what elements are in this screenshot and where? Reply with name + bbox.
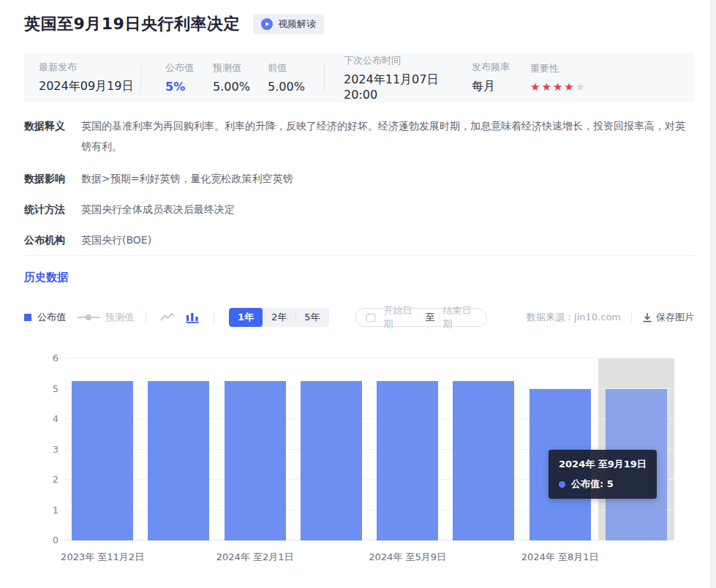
stat-previous-value: 5.00% — [268, 80, 324, 94]
header: 英国至9月19日央行利率决定 视频解读 — [24, 13, 324, 35]
end-date-placeholder[interactable]: 结束日期 — [443, 304, 477, 331]
tab-1年[interactable]: 1年 — [229, 308, 263, 327]
stat-frequency-value: 每月 — [472, 79, 530, 94]
info-row-method: 统计方法 英国央行全体成员表决后最终决定 — [24, 199, 694, 219]
y-tick-label: 2 — [0, 474, 59, 486]
info-label: 统计方法 — [24, 199, 69, 219]
grid-line — [64, 358, 674, 358]
star-icon: ★ — [576, 80, 585, 94]
section-divider — [24, 255, 694, 256]
stat-importance: 重要性 ★★★★★ — [530, 62, 585, 94]
stat-published-label: 公布值 — [165, 61, 213, 75]
info-content: 英国央行全体成员表决后最终决定 — [81, 199, 693, 219]
range-tabs: 1年2年5年 — [229, 308, 329, 327]
stat-forecast-label: 预测值 — [213, 61, 268, 75]
controls-divider — [631, 312, 632, 323]
legend-forecast-label: 预测值 — [105, 311, 134, 324]
stats-divider — [324, 64, 325, 91]
start-date-placeholder[interactable]: 开始日期 — [384, 304, 418, 331]
video-explain-label: 视频解读 — [278, 18, 316, 31]
vertical-scrollbar[interactable] — [710, 0, 716, 588]
video-explain-button[interactable]: 视频解读 — [253, 14, 324, 34]
stat-latest: 最新发布 2024年09月19日 — [39, 61, 140, 94]
stat-published: 公布值 5% — [165, 61, 213, 94]
x-tick-label: 2024年 至5月9日 — [369, 551, 446, 564]
x-tick-label: 2024年 至8月1日 — [521, 551, 599, 564]
info-content: 英国央行(BOE) — [81, 230, 693, 250]
info-content: 数据>预期=利好英镑，量化宽松政策利空英镑 — [81, 168, 693, 189]
save-image-label: 保存图片 — [656, 311, 694, 324]
page-title: 英国至9月19日央行利率决定 — [24, 13, 240, 35]
stat-importance-label: 重要性 — [530, 62, 585, 75]
stat-previous: 前值 5.00% — [268, 61, 324, 94]
play-icon — [261, 18, 273, 30]
stat-forecast-value: 5.00% — [213, 80, 268, 94]
star-icon: ★ — [553, 80, 562, 94]
info-label: 公布机构 — [24, 230, 69, 250]
tab-2年[interactable]: 2年 — [263, 308, 295, 327]
chart-tooltip: 2024年 至9月19日 公布值: 5 — [549, 450, 657, 499]
bar[interactable] — [301, 381, 362, 540]
chart-x-axis: 2023年 至11月2日2024年 至2月1日2024年 至5月9日2024年 … — [64, 551, 674, 564]
bar[interactable] — [377, 381, 438, 540]
y-tick-label: 6 — [0, 353, 59, 364]
y-tick-label: 0 — [0, 535, 59, 546]
legend-published-label: 公布值 — [37, 311, 66, 324]
info-content: 英国的基准利率为再回购利率。利率的升降，反映了经济的好坏。经济蓬勃发展时期，加息… — [81, 116, 693, 157]
calendar-icon — [366, 312, 376, 323]
stat-latest-value: 2024年09月19日 — [39, 79, 140, 94]
tooltip-title: 2024年 至9月19日 — [559, 458, 647, 471]
star-icon: ★ — [530, 80, 540, 94]
stats-divider — [140, 64, 141, 91]
bar[interactable] — [453, 381, 514, 540]
save-image-button[interactable]: 保存图片 — [642, 311, 694, 324]
y-tick-label: 3 — [0, 444, 59, 456]
info-row-impact: 数据影响 数据>预期=利好英镑，量化宽松政策利空英镑 — [24, 168, 694, 189]
y-tick-label: 1 — [0, 505, 59, 516]
rate-decision-page: 英国至9月19日央行利率决定 视频解读 最新发布 2024年09月19日 公布值… — [0, 0, 716, 588]
info-row-definition: 数据释义 英国的基准利率为再回购利率。利率的升降，反映了经济的好坏。经济蓬勃发展… — [24, 116, 694, 157]
bar[interactable] — [148, 381, 209, 540]
stat-frequency-label: 发布频率 — [472, 61, 530, 74]
info-row-agency: 公布机构 英国央行(BOE) — [24, 230, 694, 250]
bar-chart-icon[interactable] — [183, 309, 202, 325]
legend-published-swatch — [24, 314, 31, 321]
bar[interactable] — [72, 381, 133, 540]
info-label: 数据影响 — [24, 168, 69, 189]
controls-divider — [146, 312, 146, 323]
y-tick-label: 5 — [0, 383, 59, 395]
stat-latest-label: 最新发布 — [39, 61, 140, 74]
history-data-link[interactable]: 历史数据 — [24, 271, 68, 284]
legend-published[interactable]: 公布值 — [24, 311, 66, 324]
legend-forecast[interactable]: 预测值 — [78, 311, 134, 324]
stats-bar: 最新发布 2024年09月19日 公布值 5% 预测值 5.00% 前值 5.0… — [24, 53, 694, 102]
tab-5年[interactable]: 5年 — [295, 308, 328, 327]
stat-next-release-value: 2024年11月07日 20:00 — [344, 72, 472, 102]
controls-divider — [214, 312, 214, 323]
download-icon — [642, 312, 652, 323]
importance-stars: ★★★★★ — [530, 80, 585, 94]
legend-forecast-swatch — [78, 314, 99, 321]
stat-next-release-label: 下次公布时间 — [344, 54, 472, 67]
date-range-picker[interactable]: 开始日期 至 结束日期 — [355, 308, 487, 327]
stat-frequency: 发布频率 每月 — [472, 61, 530, 94]
x-tick-label: 2024年 至2月1日 — [216, 551, 294, 564]
tooltip-series-dot — [559, 481, 565, 488]
data-source-label: 数据来源：Jin10.com — [527, 311, 621, 324]
stat-forecast: 预测值 5.00% — [213, 61, 268, 94]
star-icon: ★ — [564, 80, 573, 94]
chart-controls: 公布值 预测值 1年2年5年 开始日期 至 结束日期 数据来源：Jin10.co… — [24, 306, 694, 328]
history-bar-chart: 0123456 2023年 至11月2日2024年 至2月1日2024年 至5月… — [0, 351, 716, 582]
bar[interactable] — [225, 381, 286, 540]
star-icon: ★ — [541, 80, 551, 94]
line-chart-icon[interactable] — [158, 309, 177, 325]
tooltip-value: 公布值: 5 — [571, 478, 614, 491]
y-tick-label: 4 — [0, 413, 59, 425]
info-label: 数据释义 — [24, 116, 69, 157]
stat-next-release: 下次公布时间 2024年11月07日 20:00 — [344, 54, 472, 102]
chart-y-axis: 0123456 — [0, 358, 59, 540]
x-tick-label: 2023年 至11月2日 — [61, 551, 144, 564]
stat-previous-label: 前值 — [268, 61, 324, 75]
date-range-separator: 至 — [426, 311, 435, 324]
stat-published-value: 5% — [165, 80, 213, 94]
